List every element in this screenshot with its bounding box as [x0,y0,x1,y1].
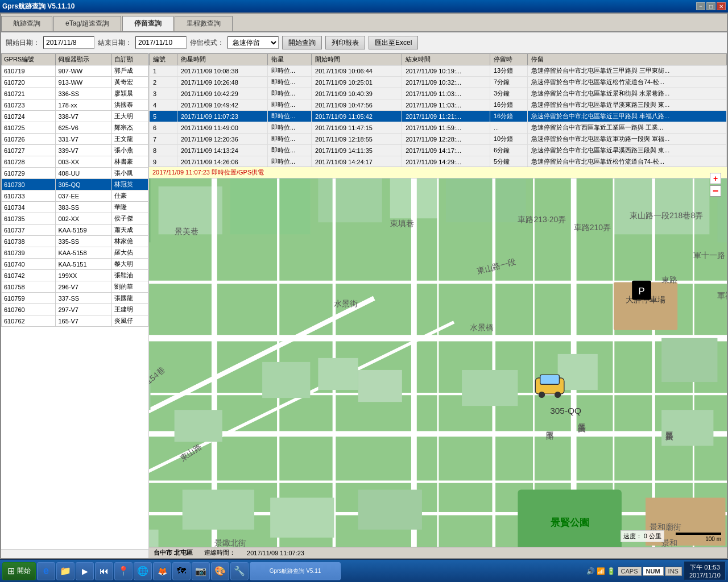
svg-rect-84 [540,375,560,384]
vehicle-row[interactable]: 610730 305-QQ 林冠英 [2,179,148,190]
map-svg[interactable]: 景賢公園 大胖停車場 [149,178,727,558]
tab-etag-query[interactable]: eTag/超速查詢 [53,16,121,31]
vehicle-list-scroll[interactable]: GPRS編號 伺服器顯示 自訂顯 610719 907-WW 郭戶成 61072… [1,53,148,549]
vehicle-custom: 仕豪 [111,190,148,202]
vehicle-row[interactable]: 610726 331-V7 王文龍 [2,134,148,145]
row-end: 2017/11/09 11:59:... [402,122,490,134]
vehicle-row[interactable]: 610759 337-SS 張國龍 [2,293,148,304]
start-date-input[interactable] [43,36,94,49]
taskbar-icon-gps[interactable]: 📍 [114,562,133,580]
vehicle-row[interactable]: 610739 KAA-5158 羅大佑 [2,247,148,259]
close-btn[interactable]: ✕ [717,2,726,10]
row-end: 2017/11/09 12:28:... [402,134,490,145]
row-end: 2017/11/09 11:03:... [402,99,490,111]
vehicle-row[interactable]: 610733 037-EE 仕豪 [2,190,148,202]
data-row[interactable]: 1 2017/11/09 10:08:38 即時位... 2017/11/09 … [150,65,727,77]
titlebar: Gprs航跡查詢 V5.11.10 － □ ✕ [0,0,728,13]
speed-label: 速度： [623,533,642,539]
vehicle-row[interactable]: 610720 913-WW 黃奇宏 [2,77,148,88]
taskbar-active-app[interactable]: Gprs航跡查詢 V5.11 [250,562,341,580]
vehicle-server: KAA-5158 [56,247,111,259]
tab-mileage-query[interactable]: 里程數查詢 [175,16,233,31]
vehicle-row[interactable]: 610725 625-V6 鄭宗杰 [2,122,148,134]
taskbar-icon-maps[interactable]: 🗺 [172,562,191,580]
data-row[interactable]: 2 2017/11/09 10:26:48 即時位... 2017/11/09 … [150,77,727,88]
tray-icon-battery[interactable]: 🔋 [607,567,615,575]
taskbar-clock: 下午 01:53 2017/11/10 [684,562,726,580]
vehicle-id: 610734 [2,202,56,213]
row-sat-time: 2017/11/09 14:26:06 [177,156,267,168]
svg-rect-46 [183,490,254,530]
export-btn[interactable]: 匯出至Excel [369,36,418,49]
col-start-time: 開始時間 [312,54,402,65]
data-row[interactable]: 4 2017/11/09 10:49:42 即時位... 2017/11/09 … [150,99,727,111]
minimize-btn[interactable]: － [696,2,705,10]
print-btn[interactable]: 列印報表 [325,36,365,49]
vehicle-custom: 侯子傑 [111,213,148,225]
vehicle-row[interactable]: 610760 297-V7 王建明 [2,304,148,315]
data-table-container[interactable]: 編號 衛星時間 衛星 開始時間 結束時間 停留時 停留 1 2017/11/09… [149,53,727,167]
row-duration: 7分鐘 [490,77,527,88]
vehicle-row[interactable]: 610721 336-SS 廖穎晨 [2,88,148,99]
vehicle-row[interactable]: 610735 002-XX 侯子傑 [2,213,148,225]
tab-track-query[interactable]: 航跡查詢 [1,16,52,31]
query-btn[interactable]: 開始查詢 [282,36,322,49]
taskbar-icon-paint[interactable]: 🎨 [211,562,229,580]
vehicle-id: 610740 [2,259,56,270]
col-sat-time: 衛星時間 [177,54,267,65]
svg-text:軍福九路: 軍福九路 [717,291,727,300]
taskbar-icon-photo[interactable]: 📷 [192,562,210,580]
vehicle-row[interactable]: 610734 383-SS 華隆 [2,202,148,213]
vehicle-row[interactable]: 610738 335-SS 林家億 [2,236,148,247]
vehicle-custom: 張鞋油 [111,270,148,281]
data-row[interactable]: 9 2017/11/09 14:26:06 即時位... 2017/11/09 … [150,156,727,168]
taskbar-icon-tools[interactable]: 🔧 [230,562,249,580]
row-start: 2017/11/09 10:40:39 [312,88,402,99]
taskbar-icon-back[interactable]: ⏮ [95,562,113,580]
vehicle-server: 338-V7 [56,111,111,122]
vehicle-row[interactable]: 610723 178-xx 洪國泰 [2,99,148,111]
zoom-in-btn[interactable]: + [710,173,721,184]
stop-mode-select[interactable]: 急速停留 一般停留 [228,36,279,49]
svg-rect-38 [175,410,222,442]
vehicle-server: 913-WW [56,77,111,88]
vehicle-row[interactable]: 610742 199XX 張鞋油 [2,270,148,281]
maximize-btn[interactable]: □ [706,2,715,10]
taskbar-icon-firefox[interactable]: 🦊 [153,562,171,580]
vehicle-row[interactable]: 610762 165-V7 炎風仔 [2,315,148,327]
vehicle-row[interactable]: 610740 KAA-5151 黎大明 [2,259,148,270]
taskbar-icon-chrome[interactable]: 🌐 [134,562,152,580]
data-row[interactable]: 7 2017/11/09 12:20:36 即時位... 2017/11/09 … [150,134,727,145]
end-date-input[interactable] [135,36,187,49]
vehicle-row[interactable]: 610727 339-V7 張小燕 [2,145,148,156]
vehicle-id: 610720 [2,77,56,88]
vehicle-row[interactable]: 610737 KAA-5159 蕭天成 [2,225,148,236]
row-end: 2017/11/09 11:03:... [402,88,490,99]
data-row[interactable]: 8 2017/11/09 14:13:24 即時位... 2017/11/09 … [150,145,727,156]
vehicle-row[interactable]: 610719 907-WW 郭戶成 [2,65,148,77]
data-row[interactable]: 6 2017/11/09 11:49:00 即時位... 2017/11/09 … [150,122,727,134]
vehicle-server: 297-V7 [56,304,111,315]
data-row[interactable]: 5 2017/11/09 11:07:23 即時位... 2017/11/09 … [150,111,727,122]
vehicle-custom: 蕭天成 [111,225,148,236]
zoom-out-btn[interactable]: − [710,185,721,197]
tray-icon-sound[interactable]: 🔊 [586,567,595,575]
tab-stop-query[interactable]: 停留查詢 [122,16,173,31]
row-sat-time: 2017/11/09 10:26:48 [177,77,267,88]
start-button[interactable]: ⊞ 開始 [2,562,36,580]
vehicle-row[interactable]: 610728 003-XX 林書豪 [2,156,148,168]
row-end: 2017/11/09 14:29:... [402,156,490,168]
taskbar-icon-media[interactable]: ▶ [76,562,94,580]
taskbar-icon-ie[interactable]: e [37,562,55,580]
row-start: 2017/11/09 14:24:17 [312,156,402,168]
vehicle-row[interactable]: 610729 408-UU 張小凱 [2,168,148,179]
vehicle-hscroll[interactable] [1,549,148,558]
tray-icon-network[interactable]: 📶 [597,567,605,575]
vehicle-id: 610730 [2,179,56,190]
taskbar-icon-folder[interactable]: 📁 [56,562,75,580]
data-row[interactable]: 3 2017/11/09 10:42:29 即時位... 2017/11/09 … [150,88,727,99]
vehicle-row[interactable]: 610724 338-V7 王大明 [2,111,148,122]
row-no: 8 [150,145,177,156]
vehicle-row[interactable]: 610758 296-V7 劉的華 [2,281,148,293]
row-start: 2017/11/09 10:47:56 [312,99,402,111]
